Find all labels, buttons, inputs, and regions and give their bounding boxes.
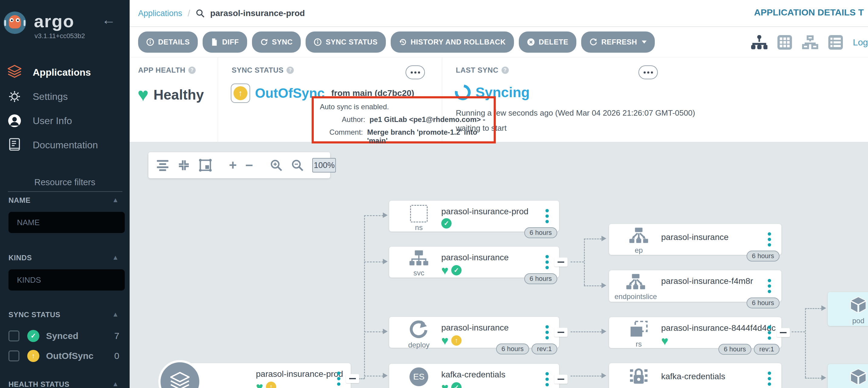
node-service[interactable]: svc parasol-insurance ♥ ✓ 6 hours: [389, 247, 559, 278]
edge-arrowhead: [822, 305, 826, 311]
magnifier-minus-icon[interactable]: [291, 159, 304, 172]
revision-badge: rev:1: [531, 344, 557, 354]
sidebar-item-settings[interactable]: Settings: [0, 85, 130, 108]
health-status-collapse-icon[interactable]: ▲: [112, 380, 119, 388]
sync-status-menu-button[interactable]: [406, 65, 425, 79]
argo-octopus-logo: [4, 11, 26, 34]
node-menu-button[interactable]: [546, 209, 549, 223]
sidebar-item-applications[interactable]: Applications: [0, 61, 130, 84]
collapse-handle[interactable]: [777, 328, 790, 337]
zoom-out-minus-button[interactable]: −: [245, 159, 253, 172]
filter-option-outofsync: ↑ OutOfSync 0: [8, 348, 121, 364]
magnifier-plus-icon[interactable]: [270, 159, 283, 172]
node-menu-button[interactable]: [546, 372, 549, 387]
node-kind: deploy: [403, 341, 435, 349]
node-menu-button[interactable]: [337, 371, 340, 386]
node-namespace[interactable]: ns parasol-insurance-prod ✓ 6 hours: [389, 201, 559, 231]
filter-option-synced: ✓ Synced 7: [8, 327, 121, 345]
collapse-sidebar-arrow-icon[interactable]: ←: [102, 11, 116, 28]
node-kind: svc: [403, 269, 435, 277]
service-sitemap-icon: [409, 250, 429, 267]
argo-wordmark: argo: [34, 11, 74, 31]
list-view-icon[interactable]: [828, 35, 843, 50]
compress-icon[interactable]: [178, 159, 190, 171]
node-kind: ns: [403, 223, 435, 232]
edge-arrowhead: [383, 373, 388, 378]
edge-arrowhead: [822, 375, 826, 381]
breadcrumb: Applications / parasol-insurance-prod: [138, 0, 305, 27]
collapse-handle[interactable]: [554, 258, 567, 267]
details-button[interactable]: DETAILS: [138, 31, 198, 53]
age-badge: 6 hours: [747, 251, 780, 261]
kinds-filter-collapse-icon[interactable]: ▲: [112, 254, 119, 261]
node-application-root[interactable]: parasol-insurance-prod ♥ ↑: [180, 363, 351, 388]
node-endpoints[interactable]: ep parasol-insurance 6 hours: [609, 224, 781, 255]
node-externalsecret[interactable]: ES kafka-credentials ♥ ✓: [389, 364, 559, 388]
zoom-in-plus-button[interactable]: +: [229, 159, 237, 172]
edge-arrowhead: [601, 236, 606, 241]
logs-link[interactable]: Log: [853, 37, 868, 47]
synced-check-icon: ✓: [451, 265, 462, 276]
edge-arrowhead: [601, 283, 606, 288]
node-secret[interactable]: secret kafka-credentials: [609, 363, 781, 388]
action-toolbar: DETAILS DIFF SYNC SYNC STATUS HISTORY AN…: [130, 27, 868, 58]
synced-check-icon: ✓: [27, 330, 39, 342]
zoom-level-input[interactable]: [312, 158, 336, 172]
fit-to-screen-icon[interactable]: [199, 159, 212, 172]
outofsync-checkbox[interactable]: [8, 351, 20, 361]
current-app-name[interactable]: parasol-insurance-prod: [210, 8, 305, 18]
network-view-icon[interactable]: [802, 35, 818, 50]
node-title: parasol-insurance: [441, 323, 509, 333]
name-filter-collapse-icon[interactable]: ▲: [112, 196, 119, 204]
sidebar: ← argo v3.1.11+cc053b2 Applications Sett…: [0, 0, 130, 388]
refresh-button[interactable]: REFRESH: [581, 31, 654, 53]
externalsecret-icon: ES: [409, 367, 428, 386]
edge-connector: [364, 376, 383, 377]
age-badge: 6 hours: [718, 344, 751, 355]
node-deployment[interactable]: deploy parasol-insurance ♥ ↑ 6 hours rev…: [389, 317, 559, 348]
breadcrumb-applications-link[interactable]: Applications: [138, 9, 182, 18]
name-filter-input[interactable]: [8, 212, 125, 233]
last-sync-menu-button[interactable]: [639, 65, 658, 79]
book-icon: [6, 138, 23, 152]
node-menu-button[interactable]: [768, 232, 771, 247]
sidebar-item-documentation[interactable]: Documentation: [0, 134, 130, 156]
edge-connector: [584, 238, 585, 285]
namespace-icon: [410, 205, 428, 222]
sidebar-item-user-info[interactable]: User Info: [0, 109, 130, 132]
history-rollback-button[interactable]: HISTORY AND ROLLBACK: [391, 31, 514, 53]
delete-button[interactable]: DELETE: [519, 31, 577, 53]
node-menu-button[interactable]: [768, 371, 771, 386]
node-replicaset[interactable]: rs parasol-insurance-8444f4d4dc ♥ 6 hour…: [609, 317, 781, 348]
sync-button[interactable]: SYNC: [252, 31, 301, 53]
tree-view-icon[interactable]: [751, 35, 768, 50]
sync-status-button[interactable]: SYNC STATUS: [306, 31, 385, 53]
help-icon[interactable]: ?: [286, 67, 294, 74]
kinds-filter-input[interactable]: [8, 269, 125, 291]
help-icon[interactable]: ?: [501, 67, 509, 74]
sync-status-collapse-icon[interactable]: ▲: [112, 311, 119, 318]
collapse-handle[interactable]: [346, 374, 359, 383]
endpoints-icon: [629, 228, 649, 244]
synced-count: 7: [114, 331, 119, 341]
node-pod[interactable]: pod: [828, 364, 868, 388]
node-menu-button[interactable]: [768, 326, 771, 340]
collapse-handle[interactable]: [554, 328, 567, 337]
help-icon[interactable]: ?: [188, 67, 196, 74]
diff-button[interactable]: DIFF: [203, 31, 247, 53]
last-sync-label: LAST SYNC: [456, 66, 498, 74]
node-menu-button[interactable]: [768, 279, 771, 293]
node-menu-button[interactable]: [546, 325, 549, 340]
collapse-handle[interactable]: [554, 375, 567, 384]
align-icon[interactable]: [156, 159, 169, 171]
user-icon: [6, 114, 23, 128]
synced-check-icon: ✓: [441, 218, 452, 228]
outofsync-icon: ↑: [266, 382, 276, 388]
node-pod[interactable]: pod: [828, 292, 868, 326]
pods-grid-view-icon[interactable]: [777, 35, 792, 50]
comment-value: Merge branch 'promote-1.2' into 'main': [367, 128, 494, 145]
synced-checkbox[interactable]: [8, 330, 20, 342]
divider: [8, 191, 122, 192]
node-menu-button[interactable]: [546, 255, 549, 269]
node-endpointslice[interactable]: endpointslice parasol-insurance-f4m8r 6 …: [609, 270, 781, 302]
